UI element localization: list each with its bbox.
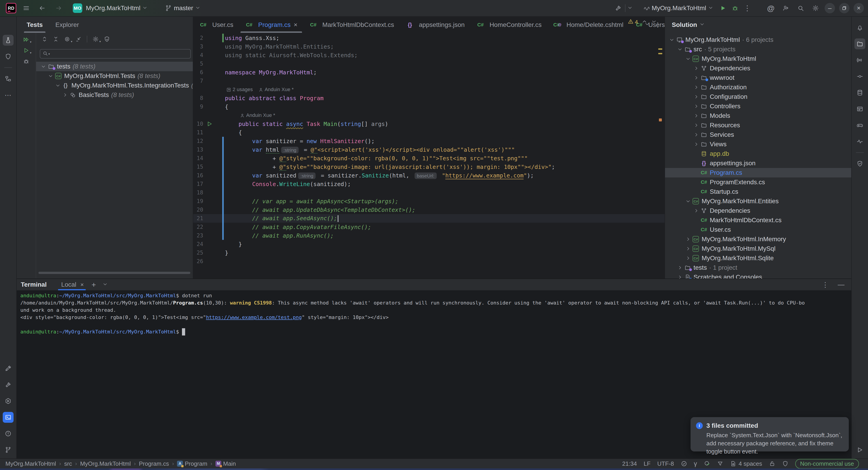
tree-row[interactable]: Models xyxy=(665,111,851,121)
editor-tab-homecontroller-cs[interactable]: C#HomeController.cs xyxy=(471,17,548,33)
branch-selector[interactable]: master xyxy=(174,4,193,12)
tree-row[interactable]: wwwroot xyxy=(665,73,851,83)
build-icon[interactable] xyxy=(613,3,623,13)
debug-button[interactable] xyxy=(730,3,740,13)
navigate-to-icon[interactable] xyxy=(74,35,83,44)
code-editor[interactable]: 2using Ganss.Xss;3using MyOrg.MarkToHtml… xyxy=(193,33,664,279)
column-selection-icon[interactable]: γ xyxy=(694,460,697,467)
project-selector[interactable]: MyOrg.MarkToHtml xyxy=(86,4,141,12)
close-button[interactable]: × xyxy=(854,3,864,13)
tree-row[interactable]: tests · 1 project xyxy=(665,263,851,273)
tree-row[interactable]: MyOrg.MarkToHtml · 6 projects xyxy=(665,35,851,44)
expand-all-icon[interactable] xyxy=(40,35,49,44)
solution-view-chevron-icon[interactable] xyxy=(700,21,705,29)
editor-tab-home-delete-cshtml[interactable]: C#@Home/Delete.cshtml xyxy=(548,17,629,33)
prev-problem-icon[interactable] xyxy=(642,19,647,26)
chevron-right-icon[interactable] xyxy=(692,94,700,99)
chevron-right-icon[interactable] xyxy=(692,103,700,109)
profiler-tool-icon[interactable] xyxy=(855,136,865,147)
tab-tests[interactable]: Tests xyxy=(27,17,43,33)
project-badge[interactable]: MO xyxy=(73,3,82,13)
services-icon[interactable] xyxy=(3,396,13,406)
tree-row[interactable]: BasicTests (8 tests) xyxy=(36,90,193,100)
inlay-hint-row[interactable]: Anduin Xue * xyxy=(193,111,664,120)
warning-stripe-mark[interactable] xyxy=(658,53,662,54)
code-with-me-icon[interactable] xyxy=(781,3,791,13)
file-encoding[interactable]: UTF-8 xyxy=(657,460,674,467)
tree-row[interactable]: {}appsettings.json xyxy=(665,158,851,168)
close-terminal-icon[interactable]: × xyxy=(81,281,84,288)
breadcrumb-item[interactable]: MMain xyxy=(215,460,236,467)
editor-tab-program-cs[interactable]: C#Program.cs× xyxy=(239,17,303,33)
chevron-right-icon[interactable] xyxy=(692,123,700,128)
commit-notification[interactable]: i 3 files committed Replace `System.Text… xyxy=(690,417,849,451)
ai-assistant-icon[interactable]: @ xyxy=(766,3,776,13)
game-dev-tool-icon[interactable] xyxy=(855,120,865,131)
terminal-minimize-icon[interactable]: — xyxy=(838,281,844,288)
tree-row[interactable]: C#Program.cs xyxy=(665,168,851,178)
terminal-tab-local[interactable]: Local× xyxy=(61,279,84,290)
chevron-down-icon[interactable] xyxy=(47,73,54,79)
tools-icon[interactable] xyxy=(3,363,13,374)
unit-tests-tool-icon[interactable] xyxy=(3,35,13,46)
highlighting-level-icon[interactable] xyxy=(717,461,723,467)
minimize-button[interactable]: – xyxy=(825,3,835,13)
lock-icon[interactable] xyxy=(769,461,775,467)
tree-row[interactable]: C#MyOrg.MarkToHtml xyxy=(665,54,851,64)
tree-row[interactable]: app.db xyxy=(665,149,851,158)
editor-tab-user-cs[interactable]: C#User.cs xyxy=(193,17,239,33)
build-icon[interactable] xyxy=(3,379,13,390)
inspection-widget[interactable]: 4 xyxy=(628,19,657,26)
breadcrumb-item[interactable]: MyOrg.MarkToHtml xyxy=(5,460,56,467)
chevron-right-icon[interactable] xyxy=(692,85,700,90)
notifications-icon[interactable] xyxy=(855,22,865,33)
tree-row[interactable]: C#MyOrg.MarkToHtml.Tests (8 tests) xyxy=(36,71,193,81)
grazie-icon[interactable] xyxy=(704,461,710,467)
chevron-right-icon[interactable] xyxy=(692,132,700,137)
maximize-button[interactable] xyxy=(839,3,849,13)
run-selected-tests-icon[interactable]: ▾ xyxy=(22,46,31,55)
chevron-right-icon[interactable] xyxy=(692,208,700,213)
terminal-tool-icon[interactable] xyxy=(3,412,13,423)
branch-icon[interactable] xyxy=(163,3,174,13)
chevron-right-icon[interactable] xyxy=(692,66,700,71)
collapse-all-icon[interactable] xyxy=(51,35,61,44)
tree-row[interactable]: Scratches and Consoles xyxy=(665,273,851,279)
breadcrumb-item[interactable]: MyOrg.MarkToHtml xyxy=(80,460,131,467)
security-analysis-icon[interactable] xyxy=(3,51,13,62)
breadcrumb-item[interactable]: AProgram xyxy=(177,460,207,467)
problems-icon[interactable] xyxy=(3,428,13,439)
terminal-kebab-icon[interactable]: ⋮ xyxy=(822,281,829,289)
line-separator[interactable]: LF xyxy=(644,460,651,467)
chevron-down-icon[interactable] xyxy=(684,198,692,204)
search-everywhere-icon[interactable] xyxy=(796,3,806,13)
solution-explorer-icon[interactable] xyxy=(855,38,865,49)
tree-row[interactable]: Views xyxy=(665,139,851,149)
new-terminal-icon[interactable]: + xyxy=(92,280,96,289)
breadcrumb-item[interactable]: Program.cs xyxy=(139,460,169,467)
test-settings-icon[interactable]: ▾ xyxy=(91,35,100,44)
scrollbar-mark[interactable] xyxy=(659,119,662,121)
tree-row[interactable]: C#MyOrg.MarkToHtml.InMemory xyxy=(665,234,851,244)
coverage-icon[interactable] xyxy=(102,35,112,44)
run-config-selector[interactable]: MyOrg.MarkToHtml xyxy=(652,4,706,12)
tree-row[interactable]: tests (8 tests) xyxy=(36,62,193,71)
more-tool-windows-icon[interactable]: ⋯ xyxy=(3,90,13,100)
build-chevron-icon[interactable] xyxy=(627,5,633,11)
track-selection-icon[interactable]: ▾ xyxy=(62,35,72,44)
tree-row[interactable]: C#MyOrg.MarkToHtml.MySql xyxy=(665,244,851,253)
chevron-right-icon[interactable] xyxy=(684,255,692,261)
qodana-tool-icon[interactable] xyxy=(855,158,865,169)
inspections-status-icon[interactable] xyxy=(681,461,687,467)
chevron-right-icon[interactable] xyxy=(684,237,692,242)
tree-row[interactable]: Services xyxy=(665,130,851,139)
tree-row[interactable]: C#ProgramExtends.cs xyxy=(665,178,851,187)
tree-row[interactable]: {}MyOrg.MarkToHtml.Tests.IntegrationTest… xyxy=(36,81,193,90)
inlay-hint-row[interactable]: 2 usages Anduin Xue * xyxy=(193,85,664,94)
nuget-tool-icon[interactable] xyxy=(855,103,865,115)
tree-row[interactable]: C#MarkToHtmlDbContext.cs xyxy=(665,215,851,225)
solution-panel-header[interactable]: Solution xyxy=(665,17,851,33)
warning-stripe-mark[interactable] xyxy=(658,49,662,50)
editor-tab-marktohtmldbcontext-cs[interactable]: C#MarkToHtmlDbContext.cs xyxy=(303,17,400,33)
chevron-right-icon[interactable] xyxy=(676,275,684,279)
